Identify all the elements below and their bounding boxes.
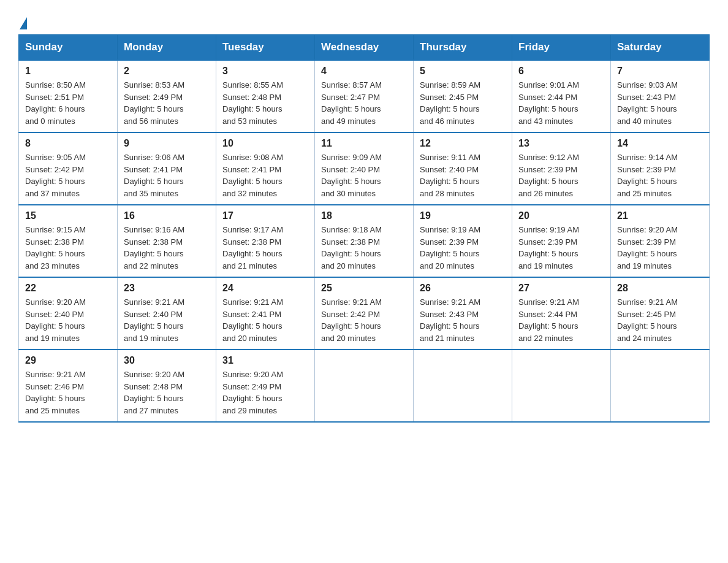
calendar-day-cell: 25 Sunrise: 9:21 AMSunset: 2:42 PMDaylig… [315, 277, 414, 350]
calendar-day-cell: 28 Sunrise: 9:21 AMSunset: 2:45 PMDaylig… [611, 277, 710, 350]
calendar-table: SundayMondayTuesdayWednesdayThursdayFrid… [18, 34, 710, 423]
calendar-day-cell: 20 Sunrise: 9:19 AMSunset: 2:39 PMDaylig… [512, 205, 611, 277]
day-info: Sunrise: 9:20 AMSunset: 2:48 PMDaylight:… [124, 369, 210, 416]
day-number: 18 [321, 210, 407, 221]
day-number: 20 [518, 210, 604, 221]
calendar-day-cell: 9 Sunrise: 9:06 AMSunset: 2:41 PMDayligh… [118, 132, 216, 205]
day-number: 15 [25, 210, 111, 221]
day-info: Sunrise: 8:53 AMSunset: 2:49 PMDaylight:… [124, 79, 210, 127]
weekday-header-row: SundayMondayTuesdayWednesdayThursdayFrid… [19, 35, 710, 61]
day-info: Sunrise: 9:12 AMSunset: 2:39 PMDaylight:… [518, 151, 604, 199]
day-info: Sunrise: 9:15 AMSunset: 2:38 PMDaylight:… [25, 224, 111, 272]
calendar-week-row: 8 Sunrise: 9:05 AMSunset: 2:42 PMDayligh… [19, 132, 710, 205]
weekday-header-sunday: Sunday [19, 35, 118, 61]
day-number: 10 [222, 138, 308, 149]
day-number: 17 [222, 210, 308, 221]
day-number: 3 [222, 66, 308, 77]
day-number: 22 [25, 283, 111, 294]
day-info: Sunrise: 9:11 AMSunset: 2:40 PMDaylight:… [420, 151, 506, 199]
day-info: Sunrise: 9:06 AMSunset: 2:41 PMDaylight:… [124, 151, 210, 199]
day-info: Sunrise: 9:20 AMSunset: 2:39 PMDaylight:… [617, 224, 703, 272]
day-number: 11 [321, 138, 407, 149]
calendar-day-cell: 31 Sunrise: 9:20 AMSunset: 2:49 PMDaylig… [216, 350, 315, 422]
calendar-day-cell: 12 Sunrise: 9:11 AMSunset: 2:40 PMDaylig… [414, 132, 512, 205]
day-number: 31 [222, 355, 308, 366]
logo-triangle-icon [20, 17, 27, 29]
calendar-day-cell [414, 350, 512, 422]
calendar-day-cell: 13 Sunrise: 9:12 AMSunset: 2:39 PMDaylig… [512, 132, 611, 205]
calendar-week-row: 22 Sunrise: 9:20 AMSunset: 2:40 PMDaylig… [19, 277, 710, 350]
day-number: 16 [124, 210, 210, 221]
logo [18, 17, 28, 28]
day-info: Sunrise: 9:05 AMSunset: 2:42 PMDaylight:… [25, 151, 111, 199]
day-info: Sunrise: 8:50 AMSunset: 2:51 PMDaylight:… [25, 79, 111, 127]
day-info: Sunrise: 8:55 AMSunset: 2:48 PMDaylight:… [222, 79, 308, 127]
day-info: Sunrise: 8:59 AMSunset: 2:45 PMDaylight:… [420, 79, 506, 127]
day-info: Sunrise: 9:21 AMSunset: 2:43 PMDaylight:… [420, 296, 506, 344]
calendar-day-cell: 2 Sunrise: 8:53 AMSunset: 2:49 PMDayligh… [118, 60, 216, 132]
calendar-day-cell: 4 Sunrise: 8:57 AMSunset: 2:47 PMDayligh… [315, 60, 414, 132]
calendar-day-cell: 3 Sunrise: 8:55 AMSunset: 2:48 PMDayligh… [216, 60, 315, 132]
calendar-day-cell: 17 Sunrise: 9:17 AMSunset: 2:38 PMDaylig… [216, 205, 315, 277]
calendar-day-cell: 7 Sunrise: 9:03 AMSunset: 2:43 PMDayligh… [611, 60, 710, 132]
day-info: Sunrise: 9:21 AMSunset: 2:45 PMDaylight:… [617, 296, 703, 344]
day-number: 29 [25, 355, 111, 366]
day-number: 7 [617, 66, 703, 77]
day-info: Sunrise: 9:16 AMSunset: 2:38 PMDaylight:… [124, 224, 210, 272]
calendar-week-row: 29 Sunrise: 9:21 AMSunset: 2:46 PMDaylig… [19, 350, 710, 422]
day-info: Sunrise: 9:21 AMSunset: 2:40 PMDaylight:… [124, 296, 210, 344]
day-number: 4 [321, 66, 407, 77]
calendar-day-cell: 14 Sunrise: 9:14 AMSunset: 2:39 PMDaylig… [611, 132, 710, 205]
calendar-day-cell: 1 Sunrise: 8:50 AMSunset: 2:51 PMDayligh… [19, 60, 118, 132]
weekday-header-saturday: Saturday [611, 35, 710, 61]
day-info: Sunrise: 9:21 AMSunset: 2:44 PMDaylight:… [518, 296, 604, 344]
day-info: Sunrise: 8:57 AMSunset: 2:47 PMDaylight:… [321, 79, 407, 127]
weekday-header-friday: Friday [512, 35, 611, 61]
calendar-day-cell: 15 Sunrise: 9:15 AMSunset: 2:38 PMDaylig… [19, 205, 118, 277]
day-info: Sunrise: 9:21 AMSunset: 2:42 PMDaylight:… [321, 296, 407, 344]
calendar-week-row: 1 Sunrise: 8:50 AMSunset: 2:51 PMDayligh… [19, 60, 710, 132]
day-info: Sunrise: 9:03 AMSunset: 2:43 PMDaylight:… [617, 79, 703, 127]
day-number: 30 [124, 355, 210, 366]
calendar-day-cell: 16 Sunrise: 9:16 AMSunset: 2:38 PMDaylig… [118, 205, 216, 277]
calendar-day-cell [315, 350, 414, 422]
calendar-day-cell: 27 Sunrise: 9:21 AMSunset: 2:44 PMDaylig… [512, 277, 611, 350]
day-number: 24 [222, 283, 308, 294]
day-number: 23 [124, 283, 210, 294]
weekday-header-tuesday: Tuesday [216, 35, 315, 61]
page-header [18, 12, 710, 28]
day-number: 6 [518, 66, 604, 77]
calendar-day-cell: 30 Sunrise: 9:20 AMSunset: 2:48 PMDaylig… [118, 350, 216, 422]
day-info: Sunrise: 9:18 AMSunset: 2:38 PMDaylight:… [321, 224, 407, 272]
calendar-day-cell: 6 Sunrise: 9:01 AMSunset: 2:44 PMDayligh… [512, 60, 611, 132]
day-number: 8 [25, 138, 111, 149]
day-number: 26 [420, 283, 506, 294]
day-number: 2 [124, 66, 210, 77]
day-info: Sunrise: 9:20 AMSunset: 2:49 PMDaylight:… [222, 369, 308, 416]
day-number: 12 [420, 138, 506, 149]
calendar-day-cell [611, 350, 710, 422]
calendar-day-cell: 11 Sunrise: 9:09 AMSunset: 2:40 PMDaylig… [315, 132, 414, 205]
day-number: 19 [420, 210, 506, 221]
day-info: Sunrise: 9:08 AMSunset: 2:41 PMDaylight:… [222, 151, 308, 199]
calendar-day-cell: 26 Sunrise: 9:21 AMSunset: 2:43 PMDaylig… [414, 277, 512, 350]
day-info: Sunrise: 9:09 AMSunset: 2:40 PMDaylight:… [321, 151, 407, 199]
day-number: 25 [321, 283, 407, 294]
calendar-day-cell [512, 350, 611, 422]
calendar-day-cell: 10 Sunrise: 9:08 AMSunset: 2:41 PMDaylig… [216, 132, 315, 205]
day-number: 9 [124, 138, 210, 149]
day-info: Sunrise: 9:21 AMSunset: 2:41 PMDaylight:… [222, 296, 308, 344]
calendar-day-cell: 21 Sunrise: 9:20 AMSunset: 2:39 PMDaylig… [611, 205, 710, 277]
calendar-day-cell: 18 Sunrise: 9:18 AMSunset: 2:38 PMDaylig… [315, 205, 414, 277]
day-number: 13 [518, 138, 604, 149]
calendar-day-cell: 8 Sunrise: 9:05 AMSunset: 2:42 PMDayligh… [19, 132, 118, 205]
weekday-header-wednesday: Wednesday [315, 35, 414, 61]
day-number: 14 [617, 138, 703, 149]
calendar-week-row: 15 Sunrise: 9:15 AMSunset: 2:38 PMDaylig… [19, 205, 710, 277]
day-number: 5 [420, 66, 506, 77]
day-number: 1 [25, 66, 111, 77]
day-info: Sunrise: 9:17 AMSunset: 2:38 PMDaylight:… [222, 224, 308, 272]
calendar-day-cell: 22 Sunrise: 9:20 AMSunset: 2:40 PMDaylig… [19, 277, 118, 350]
day-info: Sunrise: 9:19 AMSunset: 2:39 PMDaylight:… [420, 224, 506, 272]
day-info: Sunrise: 9:01 AMSunset: 2:44 PMDaylight:… [518, 79, 604, 127]
